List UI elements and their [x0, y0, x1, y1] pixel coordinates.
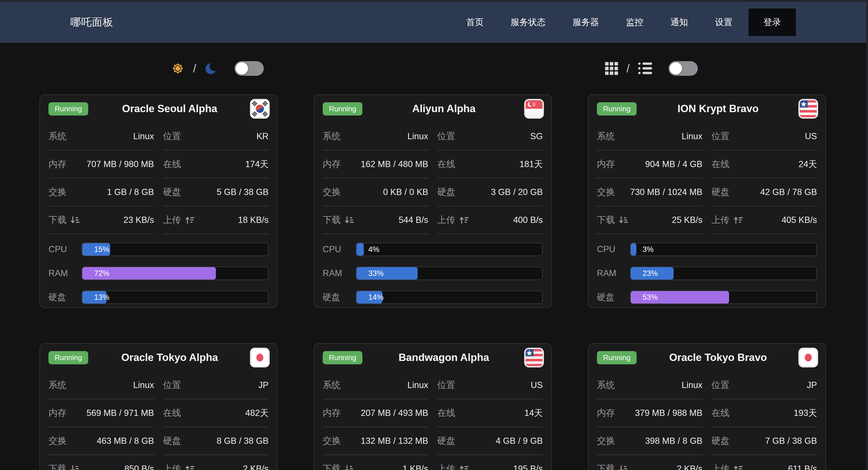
swap-label: 交换	[323, 186, 341, 198]
layout-toggle-group: /	[605, 60, 698, 76]
nav-item-home[interactable]: 首页	[466, 17, 484, 28]
memory-label: 内存	[49, 158, 66, 170]
nav-item-servers[interactable]: 服务器	[572, 17, 599, 28]
layout-switch[interactable]	[669, 61, 698, 76]
location-label: 位置	[712, 130, 730, 143]
scrollbar[interactable]	[866, 0, 868, 470]
upload-label: 上传	[712, 463, 730, 470]
cell-uptime: 在线 14天	[437, 399, 543, 427]
disk-percent: 14%	[368, 293, 383, 302]
server-card-header: Running Oracle Seoul Alpha	[49, 95, 269, 123]
download-value: 544 B/s	[399, 215, 428, 225]
disk-label: 硬盘	[437, 435, 456, 447]
cpu-label: CPU	[323, 244, 356, 254]
download-value: 2 KB/s	[677, 464, 702, 470]
cell-disk: 硬盘 7 GB / 38 GB	[712, 427, 817, 455]
nav-item-monitoring[interactable]: 监控	[626, 17, 643, 28]
memory-value: 904 MB / 4 GB	[645, 159, 702, 169]
download-value: 23 KB/s	[123, 215, 154, 225]
layout-divider: /	[626, 62, 629, 75]
cpu-bar-row: CPU 3%	[597, 243, 817, 256]
country-flag-icon	[800, 349, 817, 366]
uptime-label: 在线	[163, 158, 181, 170]
list-view-icon	[638, 62, 652, 75]
memory-label: 内存	[49, 407, 66, 419]
upload-value: 611 B/s	[788, 464, 817, 470]
disk-usage-label: 硬盘	[49, 291, 82, 303]
server-info-grid: 系统 Linux 位置 US 内存 207 MB / 493 MB 在线 14天…	[323, 371, 543, 470]
login-button[interactable]: 登录	[748, 8, 796, 36]
country-flag-icon	[800, 100, 817, 118]
theme-switch[interactable]	[235, 61, 264, 76]
cell-memory: 内存 569 MB / 971 MB	[49, 399, 154, 427]
cell-system: 系统 Linux	[49, 371, 154, 399]
cell-swap: 交换 463 MB / 8 GB	[49, 427, 154, 455]
server-card[interactable]: Running Oracle Seoul Alpha 系统 Linux 位置 K…	[39, 94, 278, 308]
disk-usage-label: 硬盘	[597, 291, 630, 303]
location-value: JP	[807, 380, 817, 390]
download-value: 850 B/s	[124, 464, 154, 470]
nav-item-service-status[interactable]: 服务状态	[510, 17, 546, 28]
location-label: 位置	[437, 379, 456, 391]
system-label: 系统	[49, 379, 66, 391]
cpu-progressbar: 3%	[630, 243, 817, 256]
cell-disk: 硬盘 42 GB / 78 GB	[712, 178, 817, 206]
cell-swap: 交换 0 KB / 0 KB	[323, 178, 428, 206]
uptime-label: 在线	[712, 407, 730, 419]
cpu-progress-fill	[356, 243, 364, 256]
uptime-value: 14天	[524, 407, 543, 419]
swap-label: 交换	[323, 435, 341, 447]
cell-location: 位置 US	[712, 123, 817, 151]
moon-icon	[205, 62, 218, 75]
app-brand[interactable]: 哪吒面板	[70, 15, 113, 29]
swap-value: 0 KB / 0 KB	[383, 187, 428, 197]
server-card[interactable]: Running Oracle Tokyo Alpha 系统 Linux 位置 J…	[39, 343, 278, 470]
cell-swap: 交换 398 MB / 8 GB	[597, 427, 703, 455]
nav-item-settings[interactable]: 设置	[715, 17, 733, 28]
cell-upload: 上传 611 B/s	[712, 455, 817, 470]
uptime-label: 在线	[712, 158, 730, 170]
sort-down-icon	[344, 215, 354, 225]
cell-uptime: 在线 482天	[163, 399, 269, 427]
disk-label: 硬盘	[437, 186, 456, 198]
sort-down-icon	[344, 464, 354, 470]
layout-switch-knob	[670, 62, 682, 75]
uptime-value: 181天	[519, 158, 543, 170]
cell-memory: 内存 207 MB / 493 MB	[323, 399, 428, 427]
system-value: Linux	[407, 380, 428, 390]
server-card[interactable]: Running Aliyun Alpha 系统 Linux 位置 SG 内存 1…	[314, 94, 552, 308]
status-badge: Running	[597, 351, 637, 364]
cpu-percent: 3%	[643, 245, 654, 254]
cell-location: 位置 JP	[163, 371, 269, 399]
nav-item-notifications[interactable]: 通知	[671, 17, 688, 28]
disk-usage-label: 硬盘	[323, 291, 356, 303]
ram-bar-row: RAM 33%	[323, 267, 543, 280]
status-badge: Running	[49, 351, 88, 364]
memory-value: 207 MB / 493 MB	[361, 408, 428, 418]
cell-upload: 上传 2 KB/s	[163, 455, 269, 470]
sort-up-icon	[459, 215, 468, 225]
system-label: 系统	[323, 379, 341, 391]
location-label: 位置	[437, 130, 456, 143]
status-badge: Running	[49, 102, 88, 116]
usage-bars: CPU 3% RAM 23% 硬盘 53%	[597, 243, 817, 304]
cpu-percent: 15%	[94, 245, 110, 254]
download-label: 下载	[49, 463, 66, 470]
download-value: 1 KB/s	[402, 464, 428, 470]
server-card-header: Running Oracle Tokyo Alpha	[49, 344, 269, 371]
cell-location: 位置 JP	[712, 371, 817, 399]
server-card[interactable]: Running ION Krypt Bravo 系统 Linux 位置 US	[588, 94, 826, 308]
theme-divider: /	[193, 62, 196, 75]
cpu-label: CPU	[597, 244, 630, 254]
swap-label: 交换	[597, 186, 615, 198]
cell-system: 系统 Linux	[49, 123, 154, 151]
server-name: Oracle Tokyo Bravo	[637, 352, 800, 364]
memory-label: 内存	[323, 407, 341, 419]
server-card[interactable]: Running Oracle Tokyo Bravo 系统 Linux 位置 J…	[588, 343, 826, 470]
cpu-progressbar: 15%	[82, 243, 269, 256]
uptime-value: 174天	[245, 158, 269, 170]
cpu-progress-fill	[631, 243, 637, 256]
server-card[interactable]: Running Bandwagon Alpha 系统 Linux 位置 US	[314, 343, 552, 470]
login-label: 登录	[764, 17, 781, 28]
server-card-header: Running ION Krypt Bravo	[597, 95, 817, 123]
